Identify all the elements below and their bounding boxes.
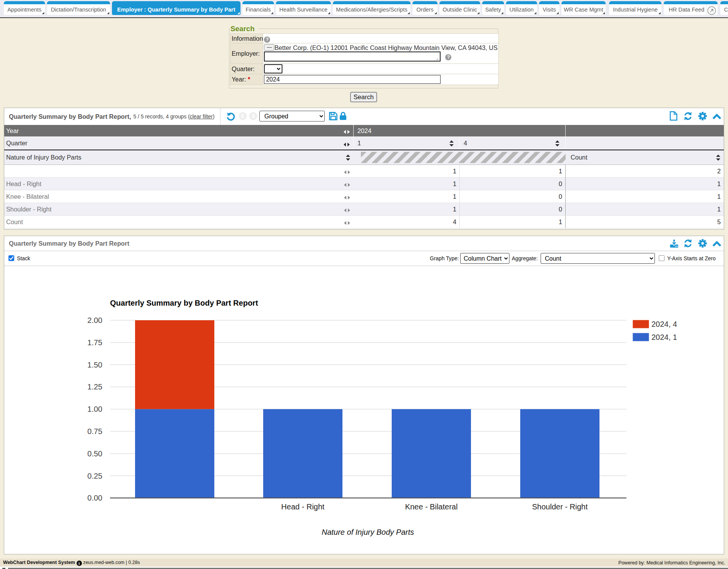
svg-text:Shoulder - Right: Shoulder - Right	[532, 502, 588, 511]
svg-text:0.50: 0.50	[87, 449, 102, 458]
svg-text:1.25: 1.25	[87, 383, 102, 391]
svg-text:Quarterly Summary by Body Part: Quarterly Summary by Body Part Report	[110, 299, 258, 307]
svg-text:0.00: 0.00	[87, 494, 102, 502]
svg-text:1.75: 1.75	[87, 338, 102, 347]
svg-text:Nature of Injury Body Parts: Nature of Injury Body Parts	[322, 528, 414, 536]
svg-text:1.00: 1.00	[87, 405, 102, 413]
svg-text:0.75: 0.75	[87, 427, 102, 436]
svg-text:1.50: 1.50	[87, 361, 102, 369]
svg-text:2.00: 2.00	[87, 316, 102, 324]
svg-text:Head - Right: Head - Right	[281, 502, 325, 511]
svg-text:0.25: 0.25	[87, 472, 102, 480]
svg-text:2024, 4: 2024, 4	[651, 320, 677, 328]
svg-text:2024, 1: 2024, 1	[651, 333, 677, 341]
svg-text:Knee - Bilateral: Knee - Bilateral	[405, 502, 458, 511]
